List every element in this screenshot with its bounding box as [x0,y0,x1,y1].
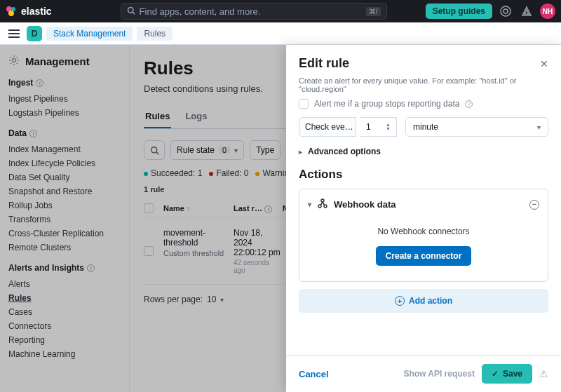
svg-point-13 [151,147,156,152]
show-api-request[interactable]: Show API request [403,369,475,379]
alert-me-checkbox[interactable] [299,99,309,109]
newsfeed-icon[interactable] [519,4,534,19]
logo-text: elastic [21,6,52,17]
sidebar-item[interactable]: Remote Clusters [8,241,121,255]
sidebar-group-title: Alerts and Insights i [8,263,121,273]
number-stepper-icon[interactable]: ▲▼ [386,123,391,131]
filter-rule-state[interactable]: Rule state 0 ▾ [170,140,244,160]
svg-point-12 [13,59,16,62]
chevron-down-icon: ▾ [234,147,238,154]
topbar-right: Setup guides NH [426,4,555,19]
rule-type: Custom threshold [163,249,234,257]
select-all-checkbox[interactable] [144,203,154,213]
setup-guides-button[interactable]: Setup guides [426,4,492,19]
sidebar-item[interactable]: Connectors [8,319,121,333]
row-checkbox[interactable] [144,246,154,256]
plus-circle-icon: + [395,296,405,306]
svg-point-17 [321,199,324,202]
chevron-down-icon: ▾ [537,123,541,131]
create-connector-button[interactable]: Create a connector [376,246,472,266]
sidebar-item[interactable]: Snapshot and Restore [8,184,121,198]
info-icon[interactable]: i [87,264,95,272]
check-every-label: Check eve… ? [299,117,356,137]
info-icon[interactable]: ? [465,100,473,108]
check-icon: ✓ [492,369,499,379]
chevron-right-icon: ▸ [299,148,302,156]
sidebar-item[interactable]: Index Lifecycle Policies [8,156,121,170]
elastic-logo[interactable]: elastic [6,6,52,17]
flyout-title: Edit rule [299,56,349,71]
sidebar-item[interactable]: Machine Learning [8,347,121,361]
svg-line-14 [156,151,158,154]
sidebar-group-title: Ingest i [8,78,121,88]
help-icon[interactable] [498,4,513,19]
sidebar-item[interactable]: Transforms [8,212,121,227]
remove-action-icon[interactable]: − [529,200,539,210]
search-placeholder: Find apps, content, and more. [140,6,362,17]
topbar: elastic Find apps, content, and more. ⌘/… [0,0,561,22]
sidebar-group-title: Data i [8,128,121,138]
schedule-row: Check eve… ? 1 ▲▼ minute ▾ [299,117,548,137]
chevron-down-icon[interactable]: ▾ [308,201,311,208]
rule-name[interactable]: movement-threshold [163,228,234,248]
alert-me-label: Alert me if a group stops reporting data [314,99,459,109]
last-run-time: Nov 18, 2024 22:00:12 pm [234,228,283,257]
tab-rules[interactable]: Rules [144,107,171,128]
save-button[interactable]: ✓ Save [482,364,532,384]
sidebar-item[interactable]: Data Set Quality [8,170,121,184]
sidebar-item[interactable]: Cases [8,305,121,319]
elastic-logo-icon [6,6,17,17]
webhook-action-card: ▾ Webhook data − No Webhook connectors C… [299,189,548,282]
advanced-options-toggle[interactable]: ▸ Advanced options [299,147,548,156]
svg-point-3 [128,7,133,13]
breadcrumb-rules: Rules [137,27,173,41]
search-rules-button[interactable] [144,140,165,160]
gear-icon [8,55,20,68]
sidebar-heading: Management [8,55,121,68]
info-icon[interactable]: i [264,205,272,213]
filter-type[interactable]: Type [250,140,280,160]
sidebar-item[interactable]: Alerts [8,277,121,291]
alert-me-row[interactable]: Alert me if a group stops reporting data… [299,99,548,109]
user-avatar[interactable]: NH [540,4,555,19]
webhook-label: Webhook data [334,199,396,210]
svg-point-5 [501,6,511,16]
svg-point-1 [11,7,15,11]
tab-logs[interactable]: Logs [184,107,208,128]
interval-number-input[interactable]: 1 ▲▼ [360,117,397,137]
management-sidebar: Management Ingest iIngest PipelinesLogst… [0,45,130,392]
sidebar-item[interactable]: Cross-Cluster Replication [8,227,121,241]
svg-line-4 [133,12,135,14]
svg-point-6 [503,9,508,13]
webhook-icon [317,198,328,211]
edit-rule-flyout: Edit rule ✕ Create an alert for every un… [286,45,561,392]
chevron-down-icon: ▾ [220,296,224,304]
info-icon[interactable]: i [36,79,43,87]
search-shortcut: ⌘/ [366,7,381,16]
breadcrumb-stack-management[interactable]: Stack Management [46,27,133,41]
interval-unit-select[interactable]: minute ▾ [405,117,548,137]
svg-point-2 [8,11,14,16]
info-icon[interactable]: i [29,130,37,137]
nav-toggle-icon[interactable] [6,25,22,42]
close-icon[interactable]: ✕ [540,58,548,69]
space-selector[interactable]: D [27,26,42,41]
sidebar-title: Management [25,55,90,67]
sidebar-item[interactable]: Index Management [8,142,121,156]
sidebar-item[interactable]: Rollup Jobs [8,198,121,212]
group-by-hint: Create an alert for every unique value. … [299,76,548,93]
breadcrumb-bar: D Stack Management Rules [0,22,561,45]
actions-heading: Actions [299,168,548,182]
search-icon [127,6,135,17]
sidebar-item[interactable]: Logstash Pipelines [8,106,121,120]
global-search[interactable]: Find apps, content, and more. ⌘/ [121,3,387,20]
add-action-button[interactable]: + Add action [299,289,548,313]
warning-icon[interactable]: ⚠ [539,368,548,379]
sidebar-item[interactable]: Rules [8,291,121,305]
cancel-button[interactable]: Cancel [299,369,329,379]
flyout-footer: Cancel Show API request ✓ Save ⚠ [286,355,561,392]
sort-arrow-up-icon[interactable]: ↑ [187,205,190,212]
sidebar-item[interactable]: Reporting [8,333,121,347]
sidebar-item[interactable]: Ingest Pipelines [8,92,121,106]
no-connectors-text: No Webhook connectors [308,227,539,236]
